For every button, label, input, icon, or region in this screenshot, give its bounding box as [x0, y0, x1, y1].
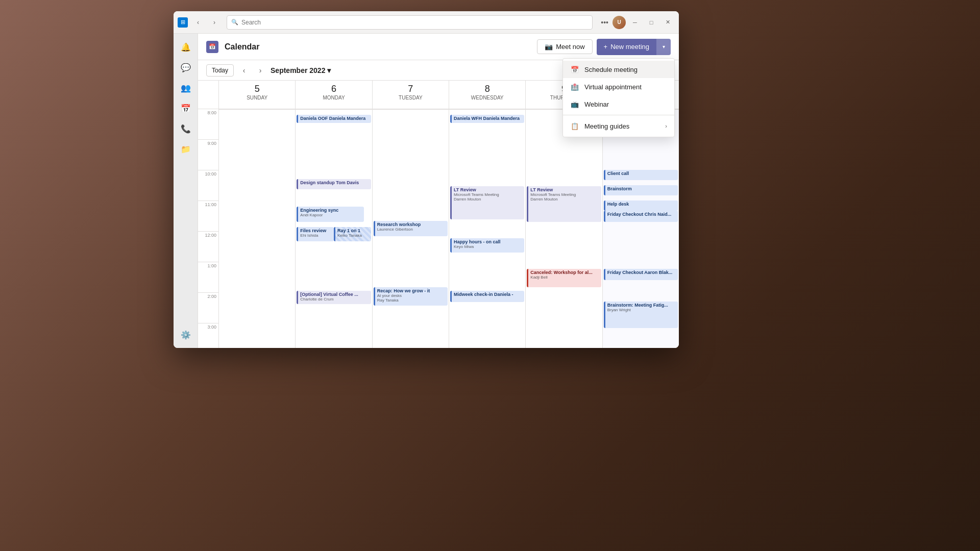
search-input[interactable] — [241, 19, 588, 26]
event-lt-review-wed[interactable]: LT Review Microsoft Teams Meeting Darren… — [450, 186, 524, 219]
event-friday-checkout-1[interactable]: Friday Checkout Chris Naid... — [604, 211, 678, 222]
new-meeting-button[interactable]: + New meeting — [597, 40, 656, 54]
sidebar-item-settings[interactable]: ⚙️ — [177, 325, 195, 344]
more-icon[interactable]: ••• — [599, 16, 610, 29]
title-bar-left: ⊞ ‹ › — [178, 16, 220, 29]
event-lt-review-thu[interactable]: LT Review Microsoft Teams Meeting Darren… — [527, 186, 601, 222]
new-meeting-dropdown-menu: 📅 Schedule meeting 🏥 Virtual appointment… — [562, 58, 675, 137]
sidebar-item-teams[interactable]: 👥 — [177, 79, 195, 97]
close-button[interactable]: ✕ — [660, 15, 675, 30]
day-col-monday-inner: Daniela OOF Daniela Mandera Design stand… — [296, 110, 372, 348]
day-col-wednesday: Daniela WFH Daniela Mandera LT Review Mi… — [449, 109, 525, 348]
time-slot-3pm: 3:00 — [198, 323, 218, 348]
time-slot-10am: 10:00 — [198, 170, 218, 201]
event-brainstorm[interactable]: Brainstorm — [604, 185, 678, 195]
schedule-label: Schedule meeting — [584, 66, 667, 73]
dropdown-item-webinar[interactable]: 📺 Webinar — [563, 95, 674, 113]
sidebar-item-activity[interactable]: 🔔 — [177, 38, 195, 56]
sidebar-item-calls[interactable]: 📞 — [177, 119, 195, 138]
title-bar: ⊞ ‹ › 🔍 ••• U ─ □ ✕ — [174, 11, 679, 34]
event-daniela-oof[interactable]: Daniela OOF Daniela Mandera — [297, 115, 371, 123]
event-recap-how-we-grow[interactable]: Recap: How we grow - it At your desks Ra… — [374, 287, 448, 306]
meet-now-button[interactable]: 📷 Meet now — [537, 39, 592, 54]
day-col-thursday-inner: LT Review Microsoft Teams Meeting Darren… — [526, 110, 602, 348]
time-slot-12pm: 12:00 — [198, 232, 218, 262]
event-help-desk[interactable]: Help desk — [604, 201, 678, 211]
event-files-review[interactable]: Files review Ehi Ishida — [297, 227, 334, 241]
guides-arrow-icon: › — [665, 123, 667, 129]
day-col-sunday — [218, 109, 295, 348]
sidebar-item-files[interactable]: 📁 — [177, 140, 195, 158]
day-col-friday-inner: Client call Brainstorm Help desk Friday … — [603, 110, 679, 348]
calendar-icon: 📅 — [206, 41, 218, 53]
day-col-sunday-inner — [219, 110, 295, 348]
avatar[interactable]: U — [612, 16, 626, 29]
time-slot-1pm: 1:00 — [198, 262, 218, 293]
day-header-sunday: 5 Sunday — [218, 81, 295, 109]
event-canceled-workshop[interactable]: Canceled: Workshop for al... Kadji Bell — [527, 269, 601, 287]
time-slot-8am: 8:00 — [198, 109, 218, 140]
maximize-button[interactable]: □ — [644, 15, 658, 30]
virtual-label: Virtual appointment — [584, 83, 667, 91]
month-label[interactable]: September 2022 ▾ — [271, 66, 331, 74]
today-button[interactable]: Today — [206, 64, 234, 77]
search-bar[interactable]: 🔍 — [227, 15, 593, 30]
day-col-thursday: LT Review Microsoft Teams Meeting Darren… — [525, 109, 602, 348]
event-research-workshop[interactable]: Research workshop Laurence Gibertson — [374, 221, 448, 236]
event-midweek-checkin[interactable]: Midweek check-in Daniela - — [450, 291, 524, 302]
time-slot-2pm: 2:00 — [198, 293, 218, 323]
virtual-icon: 🏥 — [570, 82, 579, 91]
event-friday-checkout-2[interactable]: Friday Checkout Aaron Blak... — [604, 269, 678, 280]
sidebar-item-calendar[interactable]: 📅 — [177, 99, 195, 117]
prev-week-button[interactable]: ‹ — [238, 64, 250, 77]
calendar-header: 📅 Calendar 📷 Meet now + New meeting ▾ — [198, 34, 679, 60]
webinar-icon: 📺 — [570, 99, 579, 109]
meet-now-icon: 📷 — [545, 43, 553, 51]
minimize-button[interactable]: ─ — [628, 15, 642, 30]
dropdown-item-guides[interactable]: 📋 Meeting guides › — [563, 117, 674, 135]
new-meeting-caret-button[interactable]: ▾ — [656, 39, 671, 55]
event-brainstorm-meeting[interactable]: Brainstorm: Meeting Fatig... Bryan Wrigh… — [604, 302, 678, 328]
event-ray-1on1[interactable]: Ray 1 on 1 Keiko Tanaka — [334, 227, 371, 241]
dropdown-item-schedule[interactable]: 📅 Schedule meeting — [563, 61, 674, 78]
day-header-wednesday: 8 Wednesday — [449, 81, 525, 109]
next-week-button[interactable]: › — [254, 64, 266, 77]
time-col-header — [198, 81, 218, 109]
day-col-tuesday-inner: Research workshop Laurence Gibertson Rec… — [373, 110, 449, 348]
plus-icon: + — [604, 43, 608, 51]
guides-label: Meeting guides — [584, 122, 660, 130]
calendar-title: Calendar — [225, 42, 259, 52]
forward-button[interactable]: › — [208, 16, 220, 29]
event-happy-hours[interactable]: Happy hours - on call Keyo Miwa — [450, 238, 524, 253]
month-chevron-icon: ▾ — [327, 66, 331, 74]
event-daniela-wfh[interactable]: Daniela WFH Daniela Mandera — [450, 115, 524, 123]
app-window: ⊞ ‹ › 🔍 ••• U ─ □ ✕ 🔔 💬 👥 📅 📞 📁 ⚙️ — [174, 11, 679, 348]
teams-icon: ⊞ — [178, 17, 188, 28]
event-engineering-sync[interactable]: Engineering sync Andi Kapoor — [297, 207, 363, 222]
event-client-call[interactable]: Client call — [604, 170, 678, 180]
day-header-monday: 6 Monday — [295, 81, 372, 109]
title-bar-right: ••• U ─ □ ✕ — [599, 15, 675, 30]
time-slot-11am: 11:00 — [198, 201, 218, 232]
guides-icon: 📋 — [570, 121, 579, 131]
new-meeting-dropdown: + New meeting ▾ — [597, 39, 671, 55]
day-col-monday: Daniela OOF Daniela Mandera Design stand… — [295, 109, 372, 348]
search-icon: 🔍 — [231, 19, 238, 26]
event-virtual-coffee[interactable]: [Optional] Virtual Coffee ... Charlotte … — [297, 291, 371, 304]
webinar-label: Webinar — [584, 101, 667, 108]
dropdown-divider — [563, 115, 674, 115]
time-column: 8:00 9:00 10:00 11:00 12:00 1:00 2:00 3:… — [198, 109, 218, 348]
day-col-wednesday-inner: Daniela WFH Daniela Mandera LT Review Mi… — [449, 110, 525, 348]
dropdown-item-virtual[interactable]: 🏥 Virtual appointment — [563, 78, 674, 95]
schedule-icon: 📅 — [570, 65, 579, 74]
event-design-standup[interactable]: Design standup Tom Davis — [297, 179, 371, 189]
sidebar: 🔔 💬 👥 📅 📞 📁 ⚙️ — [174, 34, 198, 348]
time-slot-9am: 9:00 — [198, 140, 218, 170]
calendar-header-right: 📷 Meet now + New meeting ▾ — [537, 39, 671, 55]
day-col-tuesday: Research workshop Laurence Gibertson Rec… — [372, 109, 449, 348]
back-button[interactable]: ‹ — [192, 16, 204, 29]
calendar-body: 8:00 9:00 10:00 11:00 12:00 1:00 2:00 3:… — [198, 109, 679, 348]
day-col-friday: Client call Brainstorm Help desk Friday … — [602, 109, 679, 348]
day-header-tuesday: 7 Tuesday — [372, 81, 449, 109]
sidebar-item-chat[interactable]: 💬 — [177, 58, 195, 77]
